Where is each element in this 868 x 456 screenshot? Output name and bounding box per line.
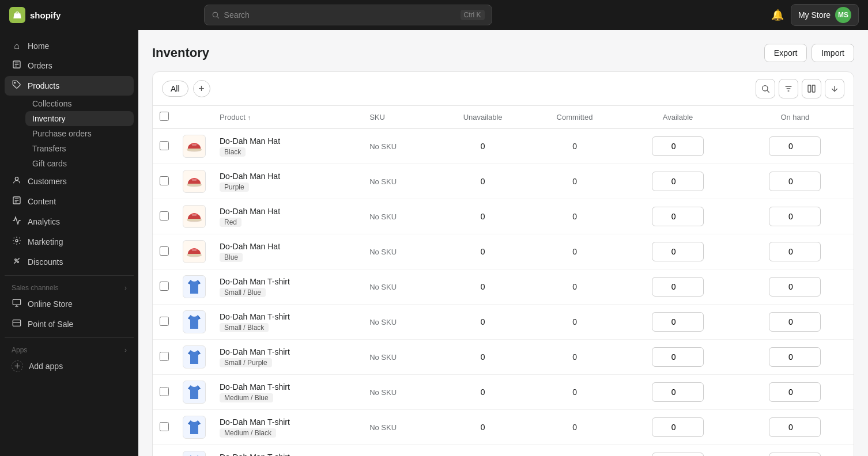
sidebar-item-label-analytics: Analytics (28, 217, 60, 226)
sidebar-sub-purchase-orders[interactable]: Purchase orders (25, 126, 134, 141)
discounts-icon (12, 256, 22, 268)
row-checkbox[interactable] (160, 422, 169, 431)
on-hand-input[interactable] (769, 242, 821, 261)
on-hand-input[interactable] (769, 136, 821, 156)
row-checkbox[interactable] (160, 282, 169, 291)
product-thumbnail (183, 170, 206, 193)
col-on-hand: On hand (737, 106, 854, 129)
sales-channels-expand-icon[interactable]: › (124, 284, 127, 292)
product-thumbnail (183, 381, 206, 404)
on-hand-input[interactable] (769, 207, 821, 226)
sidebar-sub-gift-cards[interactable]: Gift cards (25, 156, 134, 171)
row-checkbox[interactable] (160, 211, 169, 221)
available-input[interactable] (652, 347, 704, 367)
col-available: Available (619, 106, 736, 129)
svg-point-7 (15, 177, 18, 180)
table-row: Do-Dah Man Hat Red No SKU 0 0 (153, 199, 854, 234)
sidebar-item-discounts[interactable]: Discounts (5, 252, 134, 272)
available-input[interactable] (652, 382, 704, 402)
sidebar-item-home[interactable]: ⌂ Home (5, 37, 134, 55)
table-row: Do-Dah Man T-shirt Medium / Blue No SKU … (153, 375, 854, 410)
home-icon: ⌂ (12, 41, 22, 51)
on-hand-input[interactable] (769, 347, 821, 367)
committed-count: 0 (530, 305, 620, 340)
on-hand-input[interactable] (769, 453, 821, 456)
on-hand-input[interactable] (769, 417, 821, 437)
available-input[interactable] (652, 207, 704, 226)
sidebar-item-label-content: Content (28, 197, 56, 206)
search-input[interactable] (224, 10, 456, 20)
col-sku: SKU (363, 106, 436, 129)
on-hand-input[interactable] (769, 172, 821, 191)
unavailable-count: 0 (436, 164, 530, 199)
notification-bell-icon[interactable]: 🔔 (771, 9, 784, 21)
available-input[interactable] (652, 417, 704, 437)
available-input[interactable] (652, 453, 704, 456)
filter-button[interactable] (779, 79, 798, 98)
row-checkbox[interactable] (160, 141, 169, 150)
row-checkbox[interactable] (160, 246, 169, 256)
logo[interactable]: shopify (9, 7, 61, 23)
committed-count: 0 (530, 410, 620, 445)
available-input[interactable] (652, 136, 704, 156)
committed-count: 0 (530, 199, 620, 234)
on-hand-input[interactable] (769, 277, 821, 297)
columns-button[interactable] (802, 79, 821, 98)
row-checkbox[interactable] (160, 352, 169, 361)
row-checkbox[interactable] (160, 387, 169, 396)
sidebar-item-online-store[interactable]: Online Store (5, 294, 134, 314)
available-input[interactable] (652, 312, 704, 332)
product-name: Do-Dah Man T-shirt (220, 417, 356, 427)
inventory-table: Product ↑ SKU Unavailable Committed Avai… (153, 106, 854, 456)
svg-point-12 (16, 240, 18, 242)
sidebar-item-orders[interactable]: Orders (5, 56, 134, 75)
available-input[interactable] (652, 242, 704, 261)
on-hand-input[interactable] (769, 312, 821, 332)
sidebar-sub-collections[interactable]: Collections (25, 96, 134, 111)
row-checkbox[interactable] (160, 176, 169, 185)
sidebar-divider-2 (5, 337, 134, 338)
tab-add-button[interactable]: + (193, 80, 210, 97)
sidebar-item-analytics[interactable]: Analytics (5, 212, 134, 231)
sidebar-item-point-of-sale[interactable]: Point of Sale (5, 314, 134, 334)
product-variant: Medium / Black (220, 428, 276, 438)
svg-rect-37 (192, 214, 197, 216)
sidebar-item-products[interactable]: Products (5, 76, 134, 96)
inventory-card: All + (152, 71, 854, 456)
search-bar[interactable]: Ctrl K (204, 5, 492, 25)
row-checkbox[interactable] (160, 317, 169, 326)
tab-all[interactable]: All (162, 81, 188, 97)
committed-count: 0 (530, 445, 620, 457)
svg-rect-34 (192, 179, 197, 181)
table-row: Do-Dah Man T-shirt Medium / Purple No SK… (153, 445, 854, 457)
sort-button[interactable] (825, 79, 844, 98)
col-unavailable: Unavailable (436, 106, 530, 129)
header-actions: Export Import (764, 44, 854, 62)
sidebar-item-customers[interactable]: Customers (5, 172, 134, 191)
sidebar-sub-inventory[interactable]: Inventory (25, 111, 134, 126)
apps-expand-icon[interactable]: › (124, 346, 127, 354)
committed-count: 0 (530, 269, 620, 305)
product-name: Do-Dah Man Hat (220, 242, 356, 251)
sort-icon (830, 84, 839, 93)
sidebar-sub-transfers[interactable]: Transfers (25, 141, 134, 156)
product-variant: Small / Black (220, 323, 269, 332)
product-variant: Small / Purple (220, 358, 272, 367)
select-all-checkbox[interactable] (160, 112, 169, 121)
store-selector[interactable]: My Store MS (791, 4, 859, 26)
import-button[interactable]: Import (812, 44, 854, 62)
available-input[interactable] (652, 277, 704, 297)
sidebar-item-marketing[interactable]: Marketing (5, 232, 134, 252)
product-thumbnail (183, 275, 206, 298)
export-button[interactable]: Export (764, 44, 807, 62)
marketing-icon (12, 236, 22, 248)
sidebar-item-content[interactable]: Content (5, 192, 134, 211)
search-filter-button[interactable] (756, 79, 775, 98)
product-name: Do-Dah Man T-shirt (220, 347, 356, 356)
filter-icon (784, 84, 793, 93)
on-hand-input[interactable] (769, 382, 821, 402)
col-committed: Committed (530, 106, 620, 129)
sidebar-sub-label-gift-cards: Gift cards (32, 159, 67, 168)
sidebar-item-add-apps[interactable]: + Add apps (5, 356, 134, 376)
available-input[interactable] (652, 172, 704, 191)
